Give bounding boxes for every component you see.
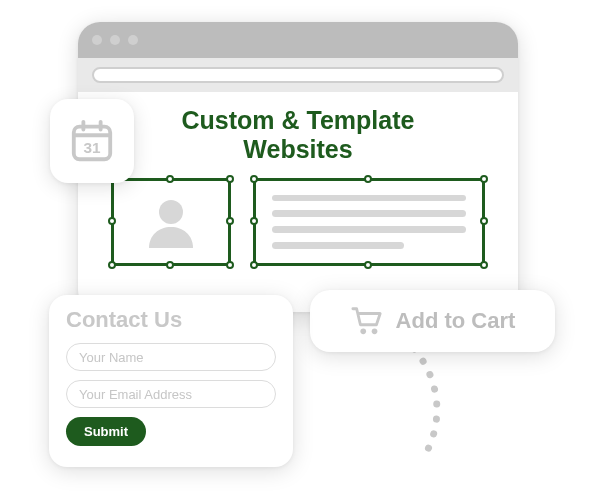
svg-point-0 bbox=[159, 200, 183, 224]
resize-handle[interactable] bbox=[250, 175, 258, 183]
resize-handle[interactable] bbox=[480, 261, 488, 269]
browser-toolbar bbox=[78, 58, 518, 92]
svg-point-6 bbox=[371, 329, 377, 335]
window-dot bbox=[128, 35, 138, 45]
window-dot bbox=[110, 35, 120, 45]
url-bar[interactable] bbox=[92, 67, 504, 83]
resize-handle[interactable] bbox=[166, 261, 174, 269]
text-line-placeholder bbox=[272, 195, 466, 202]
resize-handle[interactable] bbox=[364, 175, 372, 183]
edit-row bbox=[100, 178, 496, 266]
email-input[interactable] bbox=[66, 380, 276, 408]
user-avatar-icon bbox=[139, 190, 203, 254]
svg-point-5 bbox=[360, 329, 366, 335]
resize-handle[interactable] bbox=[226, 217, 234, 225]
page-title: Custom & Template Websites bbox=[138, 106, 458, 164]
text-line-placeholder bbox=[272, 210, 466, 217]
resize-handle[interactable] bbox=[226, 261, 234, 269]
resize-handle[interactable] bbox=[364, 261, 372, 269]
resize-handle[interactable] bbox=[166, 175, 174, 183]
submit-button[interactable]: Submit bbox=[66, 417, 146, 446]
browser-content: Custom & Template Websites bbox=[78, 92, 518, 312]
calendar-card[interactable]: 31 bbox=[50, 99, 134, 183]
image-edit-frame[interactable] bbox=[111, 178, 231, 266]
window-dot bbox=[92, 35, 102, 45]
resize-handle[interactable] bbox=[480, 175, 488, 183]
add-to-cart-label: Add to Cart bbox=[396, 308, 516, 334]
calendar-day: 31 bbox=[83, 139, 101, 156]
text-edit-frame[interactable] bbox=[253, 178, 485, 266]
name-input[interactable] bbox=[66, 343, 276, 371]
resize-handle[interactable] bbox=[480, 217, 488, 225]
contact-title: Contact Us bbox=[66, 307, 276, 333]
resize-handle[interactable] bbox=[250, 217, 258, 225]
add-to-cart-button[interactable]: Add to Cart bbox=[310, 290, 555, 352]
calendar-icon: 31 bbox=[69, 118, 115, 164]
browser-titlebar bbox=[78, 22, 518, 58]
browser-window: Custom & Template Websites bbox=[78, 22, 518, 312]
resize-handle[interactable] bbox=[226, 175, 234, 183]
text-line-placeholder bbox=[272, 226, 466, 233]
text-line-placeholder bbox=[272, 242, 404, 249]
resize-handle[interactable] bbox=[108, 217, 116, 225]
cart-icon bbox=[350, 305, 384, 337]
contact-form-card: Contact Us Submit bbox=[49, 295, 293, 467]
resize-handle[interactable] bbox=[108, 261, 116, 269]
resize-handle[interactable] bbox=[250, 261, 258, 269]
